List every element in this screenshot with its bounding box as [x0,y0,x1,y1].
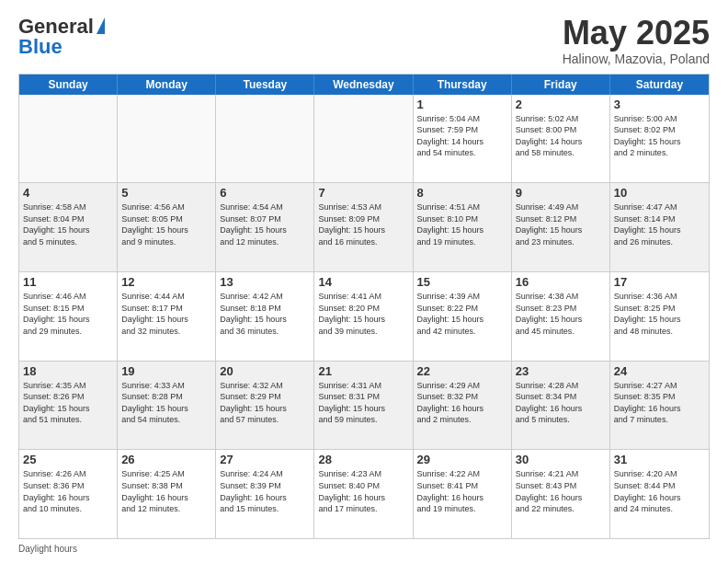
cal-cell: 6Sunrise: 4:54 AM Sunset: 8:07 PM Daylig… [216,183,314,271]
cell-info: Sunrise: 4:47 AM Sunset: 8:14 PM Dayligh… [614,201,705,247]
cal-cell: 7Sunrise: 4:53 AM Sunset: 8:09 PM Daylig… [314,183,413,271]
cell-info: Sunrise: 4:33 AM Sunset: 8:28 PM Dayligh… [121,380,211,426]
page: General Blue May 2025 Halinow, Mazovia, … [0,0,728,563]
day-number: 5 [121,186,211,200]
cal-cell: 31Sunrise: 4:20 AM Sunset: 8:44 PM Dayli… [610,450,709,538]
day-number: 17 [614,275,705,289]
day-number: 22 [417,364,507,378]
cal-cell: 13Sunrise: 4:42 AM Sunset: 8:18 PM Dayli… [216,272,314,361]
cal-cell: 10Sunrise: 4:47 AM Sunset: 8:14 PM Dayli… [610,183,709,271]
day-number: 18 [23,364,113,378]
cell-info: Sunrise: 4:39 AM Sunset: 8:22 PM Dayligh… [417,291,507,337]
day-number: 6 [220,186,310,200]
cell-info: Sunrise: 4:46 AM Sunset: 8:15 PM Dayligh… [23,291,113,337]
day-number: 15 [417,275,507,289]
cal-cell: 27Sunrise: 4:24 AM Sunset: 8:39 PM Dayli… [216,450,314,538]
cal-cell: 11Sunrise: 4:46 AM Sunset: 8:15 PM Dayli… [19,272,118,361]
day-number: 31 [614,453,705,466]
cell-info: Sunrise: 4:21 AM Sunset: 8:43 PM Dayligh… [516,468,606,514]
logo-blue: Blue [18,35,63,59]
day-number: 16 [516,275,606,289]
cal-cell: 8Sunrise: 4:51 AM Sunset: 8:10 PM Daylig… [414,183,512,271]
day-number: 30 [516,453,606,466]
day-number: 23 [516,364,606,378]
cell-info: Sunrise: 4:28 AM Sunset: 8:34 PM Dayligh… [516,380,606,426]
cal-cell [118,95,216,183]
day-number: 8 [417,186,507,200]
calendar: SundayMondayTuesdayWednesdayThursdayFrid… [18,74,710,539]
cell-info: Sunrise: 5:02 AM Sunset: 8:00 PM Dayligh… [516,113,606,159]
cell-info: Sunrise: 4:29 AM Sunset: 8:32 PM Dayligh… [417,380,507,426]
day-number: 7 [318,186,408,200]
cal-cell: 25Sunrise: 4:26 AM Sunset: 8:36 PM Dayli… [19,450,118,538]
day-number: 12 [121,275,211,289]
cell-info: Sunrise: 4:32 AM Sunset: 8:29 PM Dayligh… [220,380,310,426]
day-number: 28 [318,453,408,466]
cal-cell: 21Sunrise: 4:31 AM Sunset: 8:31 PM Dayli… [314,362,413,450]
cal-cell: 22Sunrise: 4:29 AM Sunset: 8:32 PM Dayli… [414,362,512,450]
month-title: May 2025 [563,15,710,52]
cal-cell: 26Sunrise: 4:25 AM Sunset: 8:38 PM Dayli… [118,450,216,538]
day-number: 1 [417,98,507,111]
logo: General Blue [18,15,105,59]
header-cell-sunday: Sunday [19,75,118,95]
cal-cell: 3Sunrise: 5:00 AM Sunset: 8:02 PM Daylig… [610,95,709,183]
cal-cell: 18Sunrise: 4:35 AM Sunset: 8:26 PM Dayli… [19,362,118,450]
cell-info: Sunrise: 4:24 AM Sunset: 8:39 PM Dayligh… [220,468,310,514]
cell-info: Sunrise: 4:44 AM Sunset: 8:17 PM Dayligh… [121,291,211,337]
cell-info: Sunrise: 4:25 AM Sunset: 8:38 PM Dayligh… [121,468,211,514]
day-number: 10 [614,186,705,200]
cal-cell: 16Sunrise: 4:38 AM Sunset: 8:23 PM Dayli… [512,272,610,361]
day-number: 27 [220,453,310,466]
day-number: 14 [318,275,408,289]
cal-cell: 4Sunrise: 4:58 AM Sunset: 8:04 PM Daylig… [19,183,118,271]
cal-cell: 15Sunrise: 4:39 AM Sunset: 8:22 PM Dayli… [414,272,512,361]
cell-info: Sunrise: 4:38 AM Sunset: 8:23 PM Dayligh… [516,291,606,337]
cell-info: Sunrise: 4:53 AM Sunset: 8:09 PM Dayligh… [318,201,408,247]
cell-info: Sunrise: 4:35 AM Sunset: 8:26 PM Dayligh… [23,380,113,426]
header-cell-tuesday: Tuesday [216,75,314,95]
cal-cell: 1Sunrise: 5:04 AM Sunset: 7:59 PM Daylig… [414,95,512,183]
cal-cell [19,95,118,183]
calendar-row-1: 1Sunrise: 5:04 AM Sunset: 7:59 PM Daylig… [19,95,709,184]
cell-info: Sunrise: 4:42 AM Sunset: 8:18 PM Dayligh… [220,291,310,337]
cell-info: Sunrise: 4:56 AM Sunset: 8:05 PM Dayligh… [121,201,211,247]
cell-info: Sunrise: 5:04 AM Sunset: 7:59 PM Dayligh… [417,113,507,159]
cal-cell: 24Sunrise: 4:27 AM Sunset: 8:35 PM Dayli… [610,362,709,450]
calendar-row-4: 18Sunrise: 4:35 AM Sunset: 8:26 PM Dayli… [19,362,709,451]
header: General Blue May 2025 Halinow, Mazovia, … [18,15,710,66]
day-number: 26 [121,453,211,466]
cell-info: Sunrise: 4:36 AM Sunset: 8:25 PM Dayligh… [614,291,705,337]
cal-cell: 30Sunrise: 4:21 AM Sunset: 8:43 PM Dayli… [512,450,610,538]
cell-info: Sunrise: 4:49 AM Sunset: 8:12 PM Dayligh… [516,201,606,247]
day-number: 20 [220,364,310,378]
location: Halinow, Mazovia, Poland [563,52,710,66]
cell-info: Sunrise: 5:00 AM Sunset: 8:02 PM Dayligh… [614,113,705,159]
cell-info: Sunrise: 4:23 AM Sunset: 8:40 PM Dayligh… [318,468,408,514]
day-number: 21 [318,364,408,378]
cell-info: Sunrise: 4:26 AM Sunset: 8:36 PM Dayligh… [23,468,113,514]
footer: Daylight hours [18,544,710,554]
calendar-body: 1Sunrise: 5:04 AM Sunset: 7:59 PM Daylig… [19,95,709,538]
cal-cell: 17Sunrise: 4:36 AM Sunset: 8:25 PM Dayli… [610,272,709,361]
cell-info: Sunrise: 4:51 AM Sunset: 8:10 PM Dayligh… [417,201,507,247]
header-cell-friday: Friday [512,75,610,95]
cal-cell: 5Sunrise: 4:56 AM Sunset: 8:05 PM Daylig… [118,183,216,271]
day-number: 3 [614,98,705,111]
calendar-row-5: 25Sunrise: 4:26 AM Sunset: 8:36 PM Dayli… [19,450,709,538]
cal-cell: 12Sunrise: 4:44 AM Sunset: 8:17 PM Dayli… [118,272,216,361]
footer-text: Daylight hours [18,544,77,554]
day-number: 2 [516,98,606,111]
header-cell-monday: Monday [118,75,216,95]
cal-cell: 28Sunrise: 4:23 AM Sunset: 8:40 PM Dayli… [314,450,413,538]
header-cell-thursday: Thursday [414,75,512,95]
logo-triangle-icon [97,17,105,34]
cal-cell [314,95,413,183]
day-number: 29 [417,453,507,466]
header-cell-wednesday: Wednesday [314,75,413,95]
cell-info: Sunrise: 4:22 AM Sunset: 8:41 PM Dayligh… [417,468,507,514]
header-cell-saturday: Saturday [610,75,709,95]
cell-info: Sunrise: 4:20 AM Sunset: 8:44 PM Dayligh… [614,468,705,514]
day-number: 13 [220,275,310,289]
cal-cell: 20Sunrise: 4:32 AM Sunset: 8:29 PM Dayli… [216,362,314,450]
